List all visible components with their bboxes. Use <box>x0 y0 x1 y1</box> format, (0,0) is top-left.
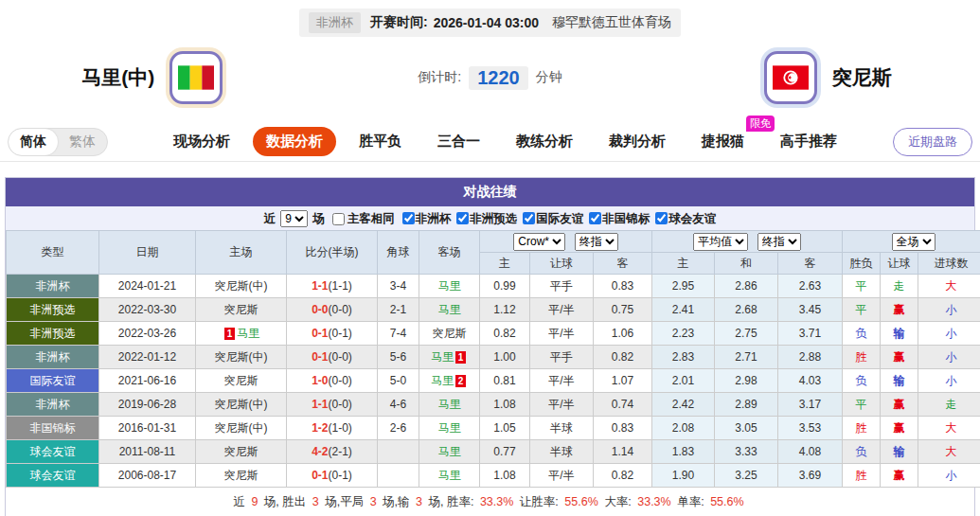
match-type: 球会友谊 <box>7 440 99 464</box>
lang-simplified-button[interactable]: 简体 <box>9 129 58 155</box>
match-date: 2024-01-21 <box>99 275 196 298</box>
home-team-block: 马里(中) <box>0 51 304 104</box>
corner-cell <box>378 440 419 464</box>
away-team-cell-name: 马里 <box>438 445 461 458</box>
handicap-line: 半球 <box>530 440 594 464</box>
bookmaker-select[interactable]: Crow* <box>513 233 565 251</box>
result-goals: 小 <box>918 464 980 488</box>
average-select[interactable]: 平均值 <box>693 233 748 251</box>
halftime-score: (0-0) <box>329 398 352 411</box>
avg-away-odds: 3.53 <box>778 417 843 440</box>
avg-home-odds: 2.01 <box>652 369 715 393</box>
home-team-cell-name: 突尼斯(中) <box>215 398 268 411</box>
avg-home-odds: 1.83 <box>652 440 715 464</box>
competition-checkbox-1[interactable] <box>402 212 415 224</box>
home-team-cell-name: 突尼斯 <box>224 469 258 482</box>
h2h-filter-bar: 近 9 场 主客相同 非洲杯非洲预选国际友谊非国锦标球会友谊 <box>6 206 974 230</box>
competition-checkbox-5[interactable] <box>655 212 668 224</box>
away-team-cell-name: 马里 <box>431 374 454 387</box>
match-date: 2011-08-11 <box>99 440 196 464</box>
nav-tab-2[interactable]: 数据分析 <box>253 127 336 156</box>
summary-handicap-rate: 55.6% <box>564 495 597 508</box>
avg-draw-odds: 3.05 <box>715 417 778 440</box>
result-goals: 小 <box>918 369 980 393</box>
match-info-inner: 非洲杯 开赛时间: 2026-01-04 03:00 穆罕默德五世体育场 <box>299 9 681 37</box>
main-nav: 简体 繁体 现场分析数据分析胜平负三合一教练分析裁判分析捷报猫限免高手推荐 近期… <box>0 122 980 162</box>
match-type: 非洲杯 <box>7 275 99 298</box>
avg-away-odds: 4.08 <box>778 440 843 464</box>
result-outcome: 胜 <box>843 346 881 369</box>
avg-draw-odds: 3.25 <box>715 464 778 488</box>
corner-cell: 5-0 <box>378 369 419 393</box>
match-type: 非洲预选 <box>7 322 99 346</box>
nav-tab-5[interactable]: 教练分析 <box>503 127 586 156</box>
competition-checkbox-3[interactable] <box>523 212 535 224</box>
home-team-cell-name: 突尼斯(中) <box>215 421 268 435</box>
nav-tab-8[interactable]: 高手推荐 <box>767 127 850 156</box>
nav-tab-6[interactable]: 裁判分析 <box>596 127 679 156</box>
result-goals: 小 <box>918 346 980 369</box>
score-cell: 1-2(1-0) <box>287 417 378 440</box>
fulltime-score: 1-1 <box>312 279 328 293</box>
fulltime-score: 4-2 <box>312 445 328 458</box>
avg-home-odds: 2.42 <box>652 393 715 417</box>
handicap-home-odds: 0.77 <box>480 440 530 464</box>
match-date: 2019-06-28 <box>99 393 196 417</box>
countdown-value: 1220 <box>469 66 528 90</box>
h2h-title: 对战往绩 <box>6 178 974 206</box>
handicap-home-odds: 1.08 <box>480 464 530 488</box>
avg-draw-odds: 3.33 <box>715 440 778 464</box>
nav-tab-7[interactable]: 捷报猫限免 <box>688 127 757 156</box>
avg-draw-odds: 2.86 <box>715 275 778 298</box>
competition-filters: 非洲杯非洲预选国际友谊非国锦标球会友谊 <box>397 211 717 227</box>
handicap-home-odds: 0.81 <box>480 369 530 393</box>
lang-traditional-button[interactable]: 繁体 <box>58 129 107 155</box>
summary-draws: 3 <box>370 495 377 508</box>
avg-away-odds: 3.71 <box>778 322 843 346</box>
away-team-cell-name: 马里 <box>438 421 461 435</box>
handicap-away-odds: 0.74 <box>594 393 652 417</box>
result-handicap: 输 <box>881 369 918 393</box>
recent-trend-button[interactable]: 近期盘路 <box>893 128 972 156</box>
nav-tab-3[interactable]: 胜平负 <box>346 127 415 156</box>
competition-checkbox-4[interactable] <box>589 212 601 224</box>
avg-home-odds: 2.41 <box>652 298 715 322</box>
avg-draw-odds: 2.98 <box>715 369 778 393</box>
handicap-home-odds: 1.00 <box>480 346 530 369</box>
nav-tab-4[interactable]: 三合一 <box>424 127 493 156</box>
history-row: 球会友谊2006-08-17突尼斯0-1(0-1)马里1.08平/半0.821.… <box>7 464 980 488</box>
corner-cell: 2-6 <box>378 417 419 440</box>
away-team-cell-name: 马里 <box>438 469 461 482</box>
average-stage-select[interactable]: 终指 <box>757 233 801 251</box>
result-handicap: 输 <box>881 322 918 346</box>
history-row: 非洲杯2022-01-12突尼斯(中)0-1(0-0)5-6马里11.00平手0… <box>7 346 980 369</box>
bookmaker-stage-select[interactable]: 终指 <box>575 233 618 251</box>
result-outcome: 负 <box>843 369 881 393</box>
handicap-line: 平/半 <box>530 393 594 417</box>
match-type: 非洲杯 <box>7 346 99 369</box>
h2h-section: 对战往绩 近 9 场 主客相同 非洲杯非洲预选国际友谊非国锦标球会友谊 类型 日… <box>5 177 975 516</box>
scope-select[interactable]: 全场 <box>892 233 935 251</box>
col-corner: 角球 <box>378 231 419 275</box>
teams-header: 马里(中) 倒计时: 1220 分钟 突尼斯 <box>0 41 980 115</box>
summary-text: 场,输 <box>383 495 409 508</box>
result-outcome: 负 <box>843 322 881 346</box>
avg-home-odds: 2.95 <box>652 275 715 298</box>
avg-away-odds: 2.63 <box>778 275 843 298</box>
same-venue-checkbox[interactable] <box>332 213 345 225</box>
h2h-summary: 近 9 场, 胜出 3 场,平局 3 场,输 3 场, 胜率: 33.3% 让胜… <box>6 488 974 516</box>
result-goals: 大 <box>918 440 980 464</box>
handicap-home-odds: 1.08 <box>480 393 530 417</box>
summary-text: 场, 胜率: <box>429 495 474 508</box>
summary-big-rate: 33.3% <box>637 495 670 508</box>
avg-home-odds: 2.23 <box>652 322 715 346</box>
col-result-outcome: 胜负 <box>843 253 881 275</box>
match-count-select[interactable]: 9 <box>280 210 308 227</box>
competition-checkbox-2[interactable] <box>456 212 469 224</box>
away-team-cell: 马里1 <box>419 346 480 369</box>
nav-tab-1[interactable]: 现场分析 <box>160 127 243 156</box>
halftime-score: (0-0) <box>329 374 352 387</box>
red-card-badge: 1 <box>224 328 235 340</box>
summary-text: 场,平局 <box>325 495 364 508</box>
away-team-name: 突尼斯 <box>832 64 892 91</box>
